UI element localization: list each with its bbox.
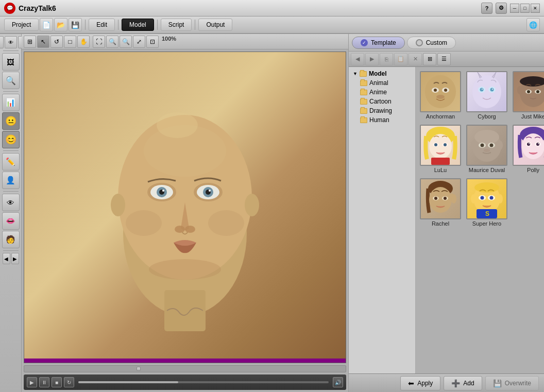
template-tab[interactable]: ✓ Template [352, 37, 405, 49]
show-all-button[interactable]: 👁 [0, 36, 4, 48]
separator-2 [118, 20, 118, 30]
back-button[interactable]: ◀ [351, 53, 364, 65]
mauriceduval-svg [467, 126, 506, 165]
tree-item-drawing[interactable]: Drawing [358, 106, 413, 115]
face-preview-2[interactable]: 😊 [2, 131, 20, 148]
copy-button[interactable]: ⎘ [380, 53, 393, 65]
svg-point-18 [111, 194, 125, 216]
svg-point-31 [480, 88, 484, 92]
svg-point-58 [484, 149, 490, 152]
apply-button[interactable]: ⬅ Apply [400, 376, 440, 390]
tree-item-animal[interactable]: Animal [358, 78, 413, 88]
window-controls: ─ □ ✕ [510, 4, 540, 13]
svg-point-42 [536, 90, 539, 93]
model-menu[interactable]: Model [122, 19, 154, 31]
rect-tool-button[interactable]: □ [64, 36, 76, 48]
custom-tab[interactable]: Custom [407, 37, 456, 49]
globe-button[interactable]: 🌐 [526, 18, 540, 31]
tree-item-human[interactable]: Human [358, 115, 413, 125]
aspect-button[interactable]: ⊡ [146, 36, 159, 48]
play-button[interactable]: ▶ [27, 377, 37, 387]
portrait-button[interactable]: 🖼 [2, 53, 20, 71]
view-group: ⊞ ↖ ↺ □ ✋ [24, 36, 90, 48]
pointer-button[interactable]: ↖ [37, 36, 49, 48]
fit-button[interactable]: ⊞ [24, 36, 36, 48]
thumb-cyborg[interactable]: Cyborg [465, 70, 508, 121]
rotate-tool-button[interactable]: ↺ [50, 36, 63, 48]
minimize-button[interactable]: ─ [510, 4, 519, 13]
open-button[interactable]: 📂 [54, 18, 67, 31]
eye-edit-button[interactable]: 👁 [2, 194, 20, 211]
svg-point-73 [444, 197, 447, 200]
tree-root[interactable]: ▼ Model [351, 69, 413, 78]
thumb-mauriceduval[interactable]: Maurice Duval [465, 124, 508, 174]
svg-point-44 [429, 134, 452, 159]
script-menu[interactable]: Script [161, 19, 192, 31]
template-tab-label: Template [371, 39, 396, 46]
volume-icon[interactable]: 🔊 [333, 377, 343, 387]
search-face-button[interactable]: 🔍 [2, 72, 20, 89]
fit-view-button[interactable]: ⛶ [93, 36, 105, 48]
edit-menu[interactable]: Edit [89, 19, 115, 31]
template-check-icon: ✓ [361, 39, 368, 46]
output-menu[interactable]: Output [198, 19, 232, 31]
thumb-superhero[interactable]: S [465, 177, 508, 228]
edit-face-button[interactable]: ✏️ [2, 153, 20, 171]
svg-point-32 [490, 88, 494, 92]
show-front-button[interactable]: 👁 [5, 36, 17, 48]
tree-anime-folder-icon [360, 90, 367, 95]
zoom-out-button[interactable]: 🔍 [120, 36, 132, 48]
face-svg [77, 69, 293, 347]
svg-point-60 [522, 133, 544, 159]
paste-button[interactable]: 📋 [394, 53, 407, 65]
settings-button[interactable]: ⚙ [496, 3, 507, 14]
thumb-lulu[interactable]: LuLu [419, 124, 462, 174]
project-menu[interactable]: Project [4, 19, 39, 31]
tree-item-cartoon[interactable]: Cartoon [358, 97, 413, 106]
svg-point-13 [209, 190, 211, 192]
maximize-button[interactable]: □ [520, 4, 530, 13]
divider-2 [3, 91, 19, 92]
scroll-thumb[interactable] [137, 367, 141, 371]
thumb-img-cyborg [466, 71, 507, 112]
thumb-polly[interactable]: Polly [512, 124, 544, 174]
next-button[interactable]: ▶ [11, 253, 19, 264]
grid-button[interactable]: ⊞ [423, 53, 436, 65]
help-button[interactable]: ? [481, 3, 492, 14]
svg-point-51 [474, 130, 499, 144]
tree-item-anime[interactable]: Anime [358, 88, 413, 97]
face-preview-1[interactable]: 😐 [2, 112, 20, 130]
volume-slider[interactable] [78, 381, 329, 383]
person-button[interactable]: 👤 [2, 172, 20, 189]
cyborg-svg [467, 72, 506, 111]
chart-button[interactable]: 📊 [2, 94, 20, 111]
fullscreen-button[interactable]: ⤢ [133, 36, 145, 48]
pause-button[interactable]: ⏸ [39, 377, 49, 387]
forward-button[interactable]: ▶ [365, 53, 379, 65]
title-right: ? ⚙ ─ □ ✕ [481, 3, 540, 14]
thumb-anchorman[interactable]: Anchorman [419, 70, 462, 121]
prev-button[interactable]: ◀ [3, 253, 10, 264]
loop-button[interactable]: ↻ [64, 377, 74, 387]
zoom-in-button[interactable]: 🔍 [106, 36, 118, 48]
mouth-edit-button[interactable]: 👄 [2, 212, 20, 230]
delete-button[interactable]: ✕ [409, 53, 422, 65]
pan-button[interactable]: ✋ [77, 36, 90, 48]
canvas-toolbar: ⊞ ↖ ↺ □ ✋ ⛶ 🔍 🔍 ⤢ ⊡ 100% [22, 34, 348, 49]
overwrite-icon: 💾 [493, 379, 502, 387]
add-button[interactable]: ➕ Add [444, 376, 482, 390]
thumb-rachel[interactable]: Rachel [419, 177, 462, 228]
overwrite-button[interactable]: 💾 Overwrite [485, 376, 539, 390]
canvas-viewport[interactable] [24, 52, 346, 363]
face-display [24, 52, 346, 363]
thumb-justmike[interactable]: Just Mike [512, 70, 544, 121]
save-button[interactable]: 💾 [69, 18, 82, 31]
new-button[interactable]: 📄 [40, 18, 53, 31]
stop-button[interactable]: ■ [52, 377, 62, 387]
timeline-scrollbar[interactable] [24, 365, 346, 372]
svg-point-65 [529, 143, 530, 144]
close-button[interactable]: ✕ [531, 4, 540, 13]
list-button[interactable]: ☰ [437, 53, 451, 65]
head-edit-button[interactable]: 🧑 [2, 231, 20, 248]
superhero-svg: S [467, 179, 506, 218]
